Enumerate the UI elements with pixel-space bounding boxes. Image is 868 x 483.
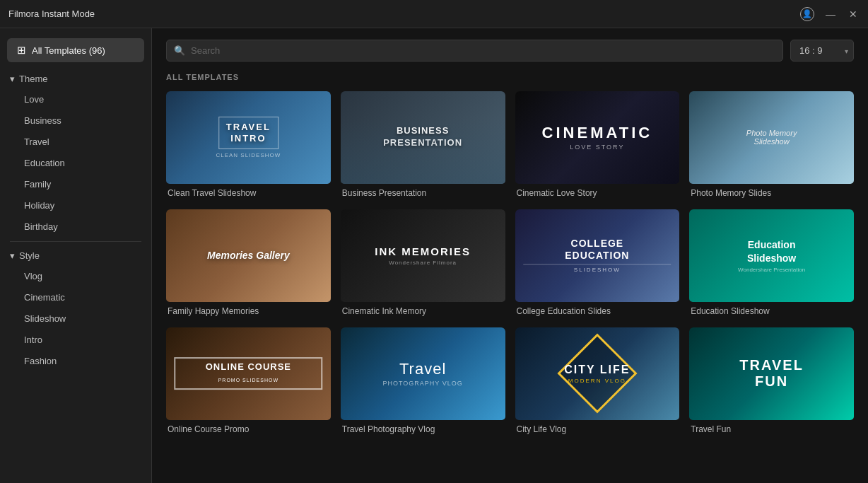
template-label-business: Business Presentation — [341, 188, 505, 198]
minimize-button[interactable]: — — [824, 8, 837, 20]
template-label-photo-memory: Photo Memory Slides — [689, 188, 854, 198]
template-thumb-city-life: CITY LIFE MODERN VLOG — [515, 327, 680, 420]
sidebar-item-intro[interactable]: Intro — [4, 330, 147, 350]
sidebar-item-birthday[interactable]: Birthday — [4, 216, 147, 237]
template-label-travel-photo: Travel Photography Vlog — [341, 424, 505, 434]
sidebar-item-vlog[interactable]: Vlog — [4, 266, 147, 286]
template-label-family-memories: Family Happy Memories — [166, 306, 331, 316]
window-controls: 👤 — ✕ — [800, 7, 860, 21]
chevron-down-icon-2 — [10, 250, 15, 261]
template-label-ink-memory: Cinematic Ink Memory — [341, 306, 505, 316]
template-thumb-edu-slideshow: EducationSlideshow Wondershare Presentat… — [689, 209, 854, 302]
template-card-city-life[interactable]: CITY LIFE MODERN VLOG City Life Vlog — [515, 327, 680, 434]
template-card-photo-memory[interactable]: Photo MemorySlideshow Photo Memory Slide… — [689, 91, 854, 198]
sidebar-item-business[interactable]: Business — [4, 110, 147, 131]
theme-section-label: Theme — [19, 74, 47, 84]
all-templates-label: All Templates (96) — [32, 45, 105, 56]
template-card-travel-fun[interactable]: TRAVELFUN Travel Fun — [689, 327, 854, 434]
template-thumb-family-memories: Memories Gallery — [166, 209, 331, 302]
search-row: 🔍 16 : 9 9 : 16 1 : 1 4 : 3 — [166, 40, 854, 62]
main-layout: All Templates (96) Theme Love Business T… — [0, 28, 868, 483]
titlebar: Filmora Instant Mode 👤 — ✕ — [0, 0, 868, 28]
template-thumb-clean-travel: TRAVEL INTRO CLEAN SLIDESHOW — [166, 91, 331, 184]
template-card-business[interactable]: BUSINESSPRESENTATION Business Presentati… — [341, 91, 505, 198]
app-title: Filmora Instant Mode — [8, 8, 95, 19]
sidebar-item-education[interactable]: Education — [4, 153, 147, 173]
template-label-edu-slideshow: Education Slideshow — [689, 306, 854, 316]
sidebar-item-family[interactable]: Family — [4, 174, 147, 194]
template-card-travel-photo[interactable]: Travel PHOTOGRAPHY VLOG Travel Photograp… — [341, 327, 505, 434]
sidebar-item-slideshow[interactable]: Slideshow — [4, 308, 147, 329]
sidebar-item-holiday[interactable]: Holiday — [4, 195, 147, 216]
template-thumb-travel-photo: Travel PHOTOGRAPHY VLOG — [341, 327, 505, 420]
template-thumb-travel-fun: TRAVELFUN — [689, 327, 854, 420]
template-card-cinematic[interactable]: CINEMaTIC LOVE STORY Cinematic Love Stor… — [515, 91, 680, 198]
template-label-online-course: Online Course Promo — [166, 424, 331, 434]
template-card-clean-travel[interactable]: TRAVEL INTRO CLEAN SLIDESHOW Clean Trave… — [166, 91, 331, 198]
template-label-college: College Education Slides — [515, 306, 680, 316]
search-icon: 🔍 — [174, 45, 185, 56]
template-card-family-memories[interactable]: Memories Gallery Family Happy Memories — [166, 209, 331, 316]
template-card-online-course[interactable]: ONLINE COURSEPROMO SLIDESHOW Online Cour… — [166, 327, 331, 434]
template-thumb-business: BUSINESSPRESENTATION — [341, 91, 505, 184]
grid-icon — [17, 44, 26, 57]
style-section-header[interactable]: Style — [0, 246, 151, 265]
template-grid: TRAVEL INTRO CLEAN SLIDESHOW Clean Trave… — [166, 91, 854, 434]
sidebar-divider — [10, 241, 141, 242]
sidebar-item-travel[interactable]: Travel — [4, 132, 147, 152]
template-label-cinematic: Cinematic Love Story — [515, 188, 680, 198]
search-input[interactable] — [191, 40, 775, 61]
template-thumb-ink-memory: INK MEMORIES Wondershare Filmora — [341, 209, 505, 302]
template-thumb-online-course: ONLINE COURSEPROMO SLIDESHOW — [166, 327, 331, 420]
section-label: ALL TEMPLATES — [166, 73, 854, 81]
template-card-edu-slideshow[interactable]: EducationSlideshow Wondershare Presentat… — [689, 209, 854, 316]
sidebar-item-cinematic[interactable]: Cinematic — [4, 287, 147, 308]
aspect-ratio-wrapper[interactable]: 16 : 9 9 : 16 1 : 1 4 : 3 — [790, 40, 854, 62]
template-label-clean-travel: Clean Travel Slideshow — [166, 188, 331, 198]
template-card-college[interactable]: COLLEGEEDUCATION SLIDESHOW College Educa… — [515, 209, 680, 316]
sidebar-item-fashion[interactable]: Fashion — [4, 351, 147, 371]
sidebar-item-love[interactable]: Love — [4, 89, 147, 110]
template-label-city-life: City Life Vlog — [515, 424, 680, 434]
template-label-travel-fun: Travel Fun — [689, 424, 854, 434]
chevron-down-icon — [10, 74, 15, 84]
style-section-label: Style — [19, 250, 40, 261]
template-thumb-cinematic: CINEMaTIC LOVE STORY — [515, 91, 680, 184]
template-card-ink-memory[interactable]: INK MEMORIES Wondershare Filmora Cinemat… — [341, 209, 505, 316]
close-button[interactable]: ✕ — [847, 8, 860, 20]
template-thumb-photo-memory: Photo MemorySlideshow — [689, 91, 854, 184]
search-wrapper[interactable]: 🔍 — [166, 40, 783, 62]
theme-section-header[interactable]: Theme — [0, 69, 151, 88]
all-templates-button[interactable]: All Templates (96) — [7, 38, 144, 62]
template-thumb-college: COLLEGEEDUCATION SLIDESHOW — [515, 209, 680, 302]
content-area: 🔍 16 : 9 9 : 16 1 : 1 4 : 3 ALL TEMPLATE… — [152, 28, 868, 483]
aspect-ratio-dropdown[interactable]: 16 : 9 9 : 16 1 : 1 4 : 3 — [790, 40, 854, 62]
user-icon[interactable]: 👤 — [800, 7, 814, 21]
sidebar: All Templates (96) Theme Love Business T… — [0, 28, 152, 483]
